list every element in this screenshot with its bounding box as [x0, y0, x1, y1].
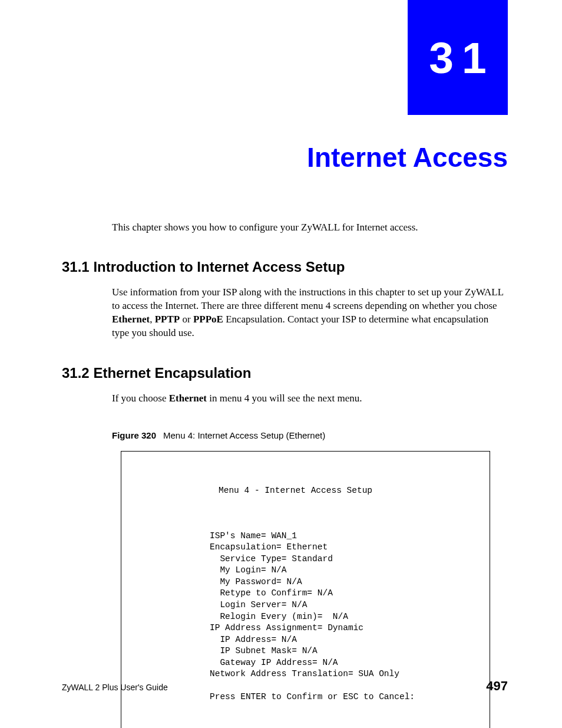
- body-text: Use information from your ISP along with…: [112, 286, 503, 311]
- page-content: This chapter shows you how to configure …: [62, 221, 508, 728]
- bold-ethernet: Ethernet: [112, 314, 150, 325]
- section-heading-31-1: 31.1 Introduction to Internet Access Set…: [62, 259, 508, 275]
- menu-body: ISP's Name= WAN_1 Encapsulation= Etherne…: [139, 531, 472, 703]
- body-text: or: [180, 314, 193, 325]
- section-heading-31-2: 31.2 Ethernet Encapsulation: [62, 365, 508, 381]
- bold-ethernet: Ethernet: [169, 393, 207, 404]
- section-body-31-1: Use information from your ISP along with…: [112, 286, 508, 340]
- chapter-number-box: 31: [408, 0, 508, 115]
- footer-page-number: 497: [486, 678, 508, 694]
- figure-label: Figure 320: [112, 430, 156, 440]
- chapter-intro: This chapter shows you how to configure …: [112, 221, 508, 234]
- chapter-title: Internet Access: [307, 141, 508, 173]
- bold-pppoe: PPPoE: [193, 314, 223, 325]
- bold-pptp: PPTP: [155, 314, 180, 325]
- body-text: ,: [150, 314, 155, 325]
- footer-guide-name: ZyWALL 2 Plus User's Guide: [62, 683, 168, 692]
- body-text: If you choose: [112, 393, 169, 404]
- figure-caption-text: Menu 4: Internet Access Setup (Ethernet): [163, 430, 325, 440]
- chapter-number: 31: [421, 32, 494, 83]
- body-text: in menu 4 you will see the next menu.: [207, 393, 362, 404]
- section-body-31-2: If you choose Ethernet in menu 4 you wil…: [112, 392, 508, 406]
- page-footer: ZyWALL 2 Plus User's Guide 497: [62, 678, 508, 694]
- menu-header: Menu 4 - Internet Access Setup: [139, 485, 472, 497]
- figure-caption: Figure 320Menu 4: Internet Access Setup …: [112, 430, 508, 440]
